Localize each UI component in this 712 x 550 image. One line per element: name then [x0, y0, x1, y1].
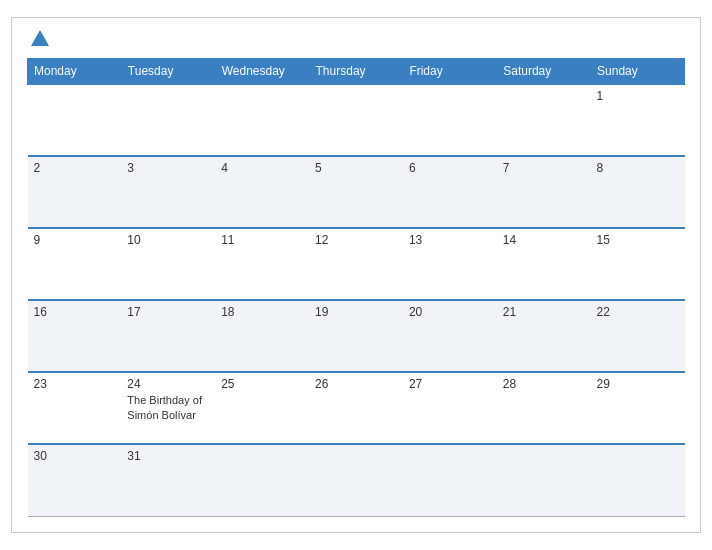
day-number: 30: [34, 449, 116, 463]
calendar-day-cell: [309, 444, 403, 516]
calendar-day-cell: [497, 84, 591, 156]
calendar-day-cell: 5: [309, 156, 403, 228]
event-text: The Birthday of Simón Bolívar: [127, 394, 202, 420]
day-number: 26: [315, 377, 397, 391]
calendar-week-row: 1: [28, 84, 685, 156]
day-number: 3: [127, 161, 209, 175]
day-number: 12: [315, 233, 397, 247]
weekday-header-friday: Friday: [403, 59, 497, 85]
calendar-day-cell: [403, 84, 497, 156]
day-number: 17: [127, 305, 209, 319]
day-number: 8: [597, 161, 679, 175]
day-number: 19: [315, 305, 397, 319]
day-number: 21: [503, 305, 585, 319]
calendar-day-cell: [403, 444, 497, 516]
calendar-week-row: 9101112131415: [28, 228, 685, 300]
calendar-day-cell: 21: [497, 300, 591, 372]
calendar-header: [27, 28, 685, 50]
day-number: 5: [315, 161, 397, 175]
day-number: 14: [503, 233, 585, 247]
day-number: 11: [221, 233, 303, 247]
calendar-day-cell: [215, 84, 309, 156]
calendar-day-cell: 29: [591, 372, 685, 444]
calendar-week-row: 2345678: [28, 156, 685, 228]
brand-logo-icon: [29, 28, 51, 50]
calendar-day-cell: [215, 444, 309, 516]
weekday-header-saturday: Saturday: [497, 59, 591, 85]
weekday-header-wednesday: Wednesday: [215, 59, 309, 85]
day-number: 13: [409, 233, 491, 247]
weekday-header-monday: Monday: [28, 59, 122, 85]
day-number: 1: [597, 89, 679, 103]
day-number: 31: [127, 449, 209, 463]
calendar-day-cell: 13: [403, 228, 497, 300]
weekday-header-row: MondayTuesdayWednesdayThursdayFridaySatu…: [28, 59, 685, 85]
calendar-day-cell: 6: [403, 156, 497, 228]
calendar-day-cell: 15: [591, 228, 685, 300]
day-number: 24: [127, 377, 209, 391]
calendar-container: MondayTuesdayWednesdayThursdayFridaySatu…: [11, 17, 701, 533]
calendar-day-cell: [309, 84, 403, 156]
day-number: 2: [34, 161, 116, 175]
day-number: 18: [221, 305, 303, 319]
day-number: 15: [597, 233, 679, 247]
weekday-header-sunday: Sunday: [591, 59, 685, 85]
calendar-day-cell: [28, 84, 122, 156]
calendar-day-cell: 10: [121, 228, 215, 300]
brand-logo-area: [27, 28, 53, 50]
calendar-day-cell: 30: [28, 444, 122, 516]
calendar-table: MondayTuesdayWednesdayThursdayFridaySatu…: [27, 58, 685, 517]
calendar-day-cell: 14: [497, 228, 591, 300]
calendar-day-cell: [591, 444, 685, 516]
calendar-day-cell: 12: [309, 228, 403, 300]
calendar-day-cell: 8: [591, 156, 685, 228]
calendar-day-cell: 25: [215, 372, 309, 444]
day-number: 7: [503, 161, 585, 175]
day-number: 25: [221, 377, 303, 391]
day-number: 16: [34, 305, 116, 319]
svg-marker-0: [31, 30, 49, 46]
calendar-day-cell: 2: [28, 156, 122, 228]
day-number: 20: [409, 305, 491, 319]
calendar-day-cell: 18: [215, 300, 309, 372]
day-number: 28: [503, 377, 585, 391]
day-number: 29: [597, 377, 679, 391]
calendar-week-row: 16171819202122: [28, 300, 685, 372]
calendar-week-row: 2324The Birthday of Simón Bolívar2526272…: [28, 372, 685, 444]
calendar-day-cell: 22: [591, 300, 685, 372]
calendar-day-cell: 23: [28, 372, 122, 444]
calendar-day-cell: 31: [121, 444, 215, 516]
calendar-day-cell: 28: [497, 372, 591, 444]
calendar-day-cell: 19: [309, 300, 403, 372]
calendar-day-cell: [497, 444, 591, 516]
calendar-day-cell: 16: [28, 300, 122, 372]
calendar-day-cell: 4: [215, 156, 309, 228]
calendar-day-cell: 20: [403, 300, 497, 372]
day-number: 22: [597, 305, 679, 319]
calendar-day-cell: [121, 84, 215, 156]
calendar-day-cell: 3: [121, 156, 215, 228]
calendar-day-cell: 24The Birthday of Simón Bolívar: [121, 372, 215, 444]
calendar-day-cell: 7: [497, 156, 591, 228]
day-number: 27: [409, 377, 491, 391]
calendar-day-cell: 26: [309, 372, 403, 444]
day-number: 6: [409, 161, 491, 175]
day-number: 4: [221, 161, 303, 175]
weekday-header-thursday: Thursday: [309, 59, 403, 85]
calendar-week-row: 3031: [28, 444, 685, 516]
calendar-day-cell: 17: [121, 300, 215, 372]
weekday-header-tuesday: Tuesday: [121, 59, 215, 85]
calendar-day-cell: 9: [28, 228, 122, 300]
day-number: 23: [34, 377, 116, 391]
calendar-day-cell: 1: [591, 84, 685, 156]
calendar-day-cell: 11: [215, 228, 309, 300]
day-number: 9: [34, 233, 116, 247]
day-number: 10: [127, 233, 209, 247]
calendar-day-cell: 27: [403, 372, 497, 444]
